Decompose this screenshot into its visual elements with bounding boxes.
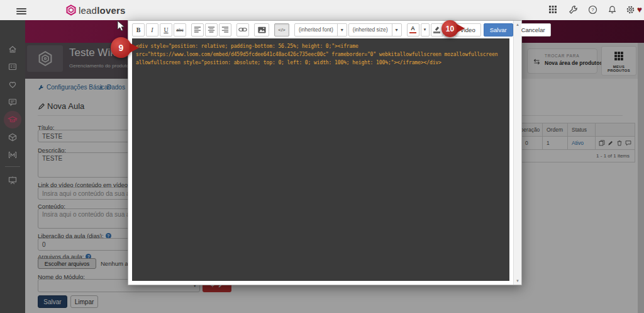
annotation-9-circle: 9 — [111, 37, 131, 58]
mouse-cursor — [117, 20, 125, 32]
notifications-bell-icon[interactable] — [606, 5, 618, 16]
link-icon — [238, 26, 247, 33]
leadlovers-logo[interactable] — [65, 4, 77, 18]
modal-salvar-button[interactable]: Salvar — [484, 23, 513, 37]
underline-button[interactable]: U — [160, 23, 172, 37]
align-left-icon — [194, 26, 201, 33]
code-view-button[interactable]: </> — [274, 23, 289, 37]
annotation-step-10: 10 — [441, 20, 458, 37]
font-family-dropdown[interactable]: (inherited font) ▾ — [294, 23, 347, 37]
hamburger-menu-icon[interactable] — [16, 7, 26, 16]
align-right-button[interactable] — [219, 23, 231, 37]
brand-text: leadlovers — [79, 5, 126, 16]
italic-button[interactable]: I — [146, 23, 158, 37]
screen: leadlovers ? ♥ — [0, 0, 644, 313]
modal-scrollbar[interactable]: ▲ ▼ — [513, 21, 521, 285]
tools-wrench-icon[interactable] — [567, 5, 579, 16]
text-color-button[interactable]: A — [407, 23, 419, 37]
link-button[interactable] — [236, 23, 249, 37]
bold-button[interactable]: B — [132, 23, 145, 37]
highlighter-icon — [434, 26, 440, 31]
font-size-dropdown[interactable]: (inherited size) ▾ — [348, 23, 402, 37]
favorites-heart-icon[interactable]: ♥ — [634, 4, 644, 16]
help-icon[interactable]: ? — [587, 5, 598, 16]
strikethrough-button[interactable]: abc — [174, 23, 186, 37]
svg-text:?: ? — [591, 7, 594, 13]
chevron-down-icon: ▾ — [337, 24, 347, 36]
align-right-icon — [221, 26, 229, 33]
align-center-button[interactable] — [205, 23, 218, 37]
annotation-9-pointer — [130, 43, 139, 53]
chevron-down-icon: ▾ — [392, 24, 401, 36]
apps-grid-icon[interactable] — [547, 5, 558, 16]
scroll-up-icon[interactable]: ▲ — [514, 23, 521, 26]
annotation-step-9: 9 — [111, 37, 131, 58]
topbar: leadlovers ? ♥ — [0, 0, 644, 20]
annotation-10-pointer — [457, 24, 465, 33]
code-editor-textarea[interactable]: <div style="position: relative; padding-… — [132, 38, 509, 281]
scroll-down-icon[interactable]: ▼ — [514, 279, 521, 283]
image-button[interactable] — [254, 23, 269, 37]
image-icon — [258, 26, 266, 33]
code-editor-modal: B I U abc </> (inherited font) ▾ — [128, 20, 522, 285]
align-left-button[interactable] — [191, 23, 204, 37]
hexagon-logo-icon — [65, 4, 77, 16]
text-color-caret[interactable]: ▾ — [421, 23, 430, 37]
align-center-icon — [208, 26, 215, 33]
annotation-10-circle: 10 — [441, 20, 458, 37]
